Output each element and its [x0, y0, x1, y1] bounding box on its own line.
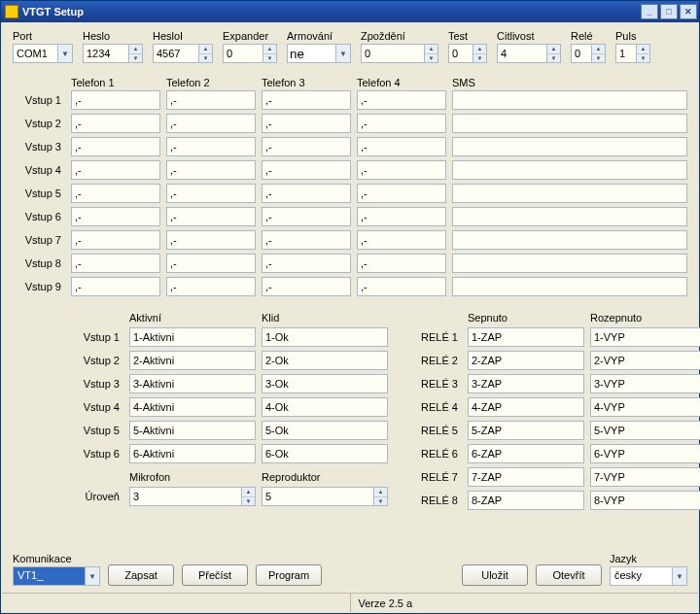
reproduktor-spinner[interactable]: ▲▼	[262, 487, 388, 506]
telefon2-input[interactable]	[166, 160, 256, 180]
expander-input[interactable]	[224, 45, 262, 62]
sms-input[interactable]	[452, 137, 687, 156]
reproduktor-input[interactable]	[262, 488, 373, 505]
telefon1-input[interactable]	[71, 160, 160, 180]
klid-input[interactable]	[262, 444, 388, 463]
telefon2-input[interactable]	[166, 254, 256, 273]
telefon4-input[interactable]	[357, 184, 446, 203]
telefon2-input[interactable]	[166, 114, 256, 133]
telefon3-input[interactable]	[262, 114, 351, 133]
telefon2-input[interactable]	[166, 277, 256, 296]
telefon4-input[interactable]	[357, 90, 446, 110]
sms-input[interactable]	[452, 184, 687, 203]
zpozdeni-input[interactable]	[362, 45, 424, 62]
telefon3-input[interactable]	[262, 137, 351, 156]
maximize-button[interactable]: □	[660, 4, 678, 19]
telefon1-input[interactable]	[71, 137, 160, 156]
zpozdeni-spinner[interactable]: ▲▼	[361, 44, 438, 63]
heslol-input[interactable]	[154, 45, 198, 62]
rele-spinner[interactable]: ▲▼	[571, 44, 606, 63]
telefon4-input[interactable]	[357, 207, 446, 226]
telefon3-input[interactable]	[262, 160, 351, 180]
aktivni-input[interactable]	[129, 444, 256, 463]
telefon4-input[interactable]	[357, 254, 446, 273]
rozepnuto-input[interactable]	[590, 421, 700, 440]
telefon1-input[interactable]	[71, 207, 160, 226]
telefon1-input[interactable]	[71, 114, 160, 133]
sepnuto-input[interactable]	[468, 397, 584, 417]
sepnuto-input[interactable]	[468, 421, 584, 440]
chevron-down-icon[interactable]: ▼	[57, 45, 72, 62]
sepnuto-input[interactable]	[468, 491, 584, 510]
spin-down-icon[interactable]: ▼	[129, 54, 142, 63]
spin-up-icon[interactable]: ▲	[129, 45, 142, 54]
telefon1-input[interactable]	[71, 230, 160, 250]
klid-input[interactable]	[262, 374, 388, 393]
telefon3-input[interactable]	[262, 184, 351, 203]
telefon1-input[interactable]	[71, 254, 160, 273]
rozepnuto-input[interactable]	[590, 491, 700, 510]
sms-input[interactable]	[452, 160, 687, 180]
port-combo[interactable]: ▼	[13, 44, 73, 63]
sms-input[interactable]	[452, 90, 687, 110]
telefon1-input[interactable]	[71, 184, 160, 203]
rozepnuto-input[interactable]	[590, 374, 700, 393]
ulozit-button[interactable]: Uložit	[462, 564, 528, 586]
heslol-spinner[interactable]: ▲▼	[153, 44, 213, 63]
telefon2-input[interactable]	[166, 230, 256, 250]
telefon4-input[interactable]	[357, 137, 446, 156]
telefon3-input[interactable]	[262, 90, 351, 110]
test-input[interactable]	[449, 45, 472, 62]
armovani-input[interactable]	[288, 45, 335, 62]
sepnuto-input[interactable]	[468, 374, 584, 393]
rozepnuto-input[interactable]	[590, 327, 700, 347]
komunikace-combo[interactable]: VT1_ ▼	[13, 566, 100, 586]
chevron-down-icon[interactable]: ▼	[335, 45, 350, 62]
close-button[interactable]: ✕	[680, 4, 697, 19]
rozepnuto-input[interactable]	[590, 351, 700, 370]
port-input[interactable]	[14, 45, 57, 62]
telefon3-input[interactable]	[262, 254, 351, 273]
jazyk-combo[interactable]: česky ▼	[610, 566, 687, 586]
expander-spinner[interactable]: ▲▼	[223, 44, 277, 63]
telefon3-input[interactable]	[262, 277, 351, 296]
sms-input[interactable]	[452, 277, 687, 296]
puls-input[interactable]	[616, 45, 636, 62]
telefon3-input[interactable]	[262, 207, 351, 226]
sms-input[interactable]	[452, 207, 687, 226]
citlivost-input[interactable]	[498, 45, 546, 62]
sepnuto-input[interactable]	[468, 327, 584, 347]
telefon1-input[interactable]	[71, 277, 160, 296]
zapsat-button[interactable]: Zapsat	[108, 564, 174, 586]
telefon4-input[interactable]	[357, 230, 446, 250]
rozepnuto-input[interactable]	[590, 444, 700, 463]
klid-input[interactable]	[262, 397, 388, 417]
sepnuto-input[interactable]	[468, 351, 584, 370]
klid-input[interactable]	[262, 327, 388, 347]
telefon3-input[interactable]	[262, 230, 351, 250]
klid-input[interactable]	[262, 351, 388, 370]
telefon1-input[interactable]	[71, 90, 160, 110]
aktivni-input[interactable]	[129, 397, 256, 417]
otevrit-button[interactable]: Otevřít	[536, 564, 602, 586]
heslo-spinner[interactable]: ▲▼	[83, 44, 143, 63]
chevron-down-icon[interactable]: ▼	[672, 567, 686, 585]
telefon4-input[interactable]	[357, 114, 446, 133]
sepnuto-input[interactable]	[468, 467, 584, 487]
rozepnuto-input[interactable]	[590, 397, 700, 417]
telefon4-input[interactable]	[357, 160, 446, 180]
chevron-down-icon[interactable]: ▼	[85, 567, 99, 585]
aktivni-input[interactable]	[129, 351, 256, 370]
sms-input[interactable]	[452, 114, 687, 133]
rele-input[interactable]	[572, 45, 591, 62]
mikrofon-spinner[interactable]: ▲▼	[129, 487, 256, 506]
program-button[interactable]: Program	[256, 564, 322, 586]
armovani-combo[interactable]: ▼	[287, 44, 351, 63]
test-spinner[interactable]: ▲▼	[448, 44, 487, 63]
telefon2-input[interactable]	[166, 207, 256, 226]
citlivost-spinner[interactable]: ▲▼	[497, 44, 561, 63]
precist-button[interactable]: Přečíst	[182, 564, 248, 586]
aktivni-input[interactable]	[129, 421, 256, 440]
puls-spinner[interactable]: ▲▼	[615, 44, 650, 63]
mikrofon-input[interactable]	[130, 488, 241, 505]
